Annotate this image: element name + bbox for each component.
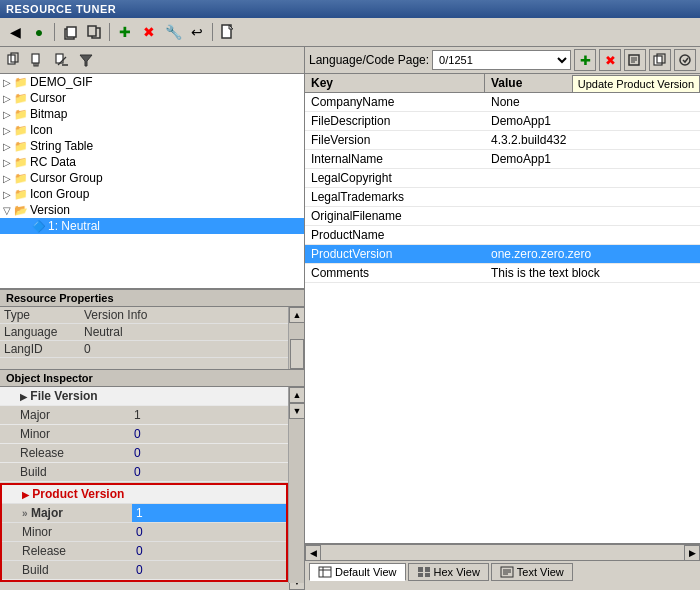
toolbar-edit[interactable]: 🔧 <box>162 21 184 43</box>
toolbar-back[interactable]: ◀ <box>4 21 26 43</box>
expand-icon[interactable]: ▷ <box>2 77 12 88</box>
tree-label: RC Data <box>30 155 76 169</box>
scroll-up-btn[interactable]: ▲ <box>289 307 304 323</box>
grid-row-companyname[interactable]: CompanyName None <box>305 93 700 112</box>
grid-value-legaltrademarks[interactable] <box>485 188 700 206</box>
tree-label: Version <box>30 203 70 217</box>
expand-icon[interactable]: ▷ <box>2 93 12 104</box>
inspector-scroll-up[interactable]: ▲ <box>289 387 304 403</box>
add-lang-btn[interactable]: ✚ <box>574 49 596 71</box>
file-major-row: Major 1 <box>0 406 288 425</box>
tree-label: String Table <box>30 139 93 153</box>
tab-hex-view[interactable]: Hex View <box>408 563 489 581</box>
file-version-label: ▶ File Version <box>0 387 130 405</box>
tree-item-rc_data[interactable]: ▷ 📁 RC Data <box>0 154 304 170</box>
grid-value-fileversion[interactable]: 4.3.2.build432 <box>485 131 700 149</box>
tree-item-version[interactable]: ▽ 📂 Version <box>0 202 304 218</box>
tree-item-string_table[interactable]: ▷ 📁 String Table <box>0 138 304 154</box>
left-btn-2[interactable] <box>27 49 49 71</box>
left-btn-3[interactable] <box>51 49 73 71</box>
props-value-langid: 0 <box>80 341 288 357</box>
grid-row-productname[interactable]: ProductName <box>305 226 700 245</box>
tab-text-view[interactable]: Text View <box>491 563 573 581</box>
grid-key-originalfilename: OriginalFilename <box>305 207 485 225</box>
expand-icon[interactable]: ▷ <box>2 157 12 168</box>
grid-row-fileversion[interactable]: FileVersion 4.3.2.build432 <box>305 131 700 150</box>
grid-value-legalcopyright[interactable] <box>485 169 700 187</box>
svg-point-17 <box>680 55 690 65</box>
grid-row-internalname[interactable]: InternalName DemoApp1 <box>305 150 700 169</box>
toolbar-copy1[interactable] <box>59 21 81 43</box>
edit-lang-btn[interactable] <box>624 49 646 71</box>
product-major-value[interactable]: 1 <box>132 504 286 522</box>
app-title: RESOURCE TUNER <box>6 3 116 15</box>
inspector-scrollbar[interactable]: ▲ ▼ <box>288 387 304 583</box>
data-grid[interactable]: Key Value CompanyName None FileDescripti… <box>305 74 700 544</box>
lang-select[interactable]: 0/1251 <box>432 50 571 70</box>
grid-value-originalfilename[interactable] <box>485 207 700 225</box>
inspector-content: ▶ File Version Major 1 Minor 0 Release <box>0 387 288 583</box>
grid-value-internalname[interactable]: DemoApp1 <box>485 150 700 168</box>
product-build-value[interactable]: 0 <box>132 561 286 579</box>
grid-value-comments[interactable]: This is the text block <box>485 264 700 282</box>
file-release-row: Release 0 <box>0 444 288 463</box>
tree-item-version-1[interactable]: 🔷 1: Neutral <box>0 218 304 234</box>
expand-icon[interactable]: ▷ <box>2 173 12 184</box>
file-major-value[interactable]: 1 <box>130 406 288 424</box>
title-bar: RESOURCE TUNER <box>0 0 700 18</box>
tree-item-demo_gif[interactable]: ▷ 📁 DEMO_GIF <box>0 74 304 90</box>
file-build-row: Build 0 <box>0 463 288 482</box>
hscroll-left[interactable]: ◀ <box>305 545 321 561</box>
file-minor-value[interactable]: 0 <box>130 425 288 443</box>
inspector-scroll-down[interactable]: ▼ <box>289 403 304 419</box>
scroll-thumb[interactable] <box>290 339 304 369</box>
expand-icon[interactable]: ▷ <box>2 141 12 152</box>
copy-lang-btn[interactable] <box>649 49 671 71</box>
folder-icon: 📁 <box>14 172 28 185</box>
file-release-value[interactable]: 0 <box>130 444 288 462</box>
expand-icon[interactable]: ▷ <box>2 189 12 200</box>
object-inspector: Object Inspector ▶ File Version Major 1 <box>0 369 304 583</box>
grid-row-legaltrademarks[interactable]: LegalTrademarks <box>305 188 700 207</box>
toolbar-forward[interactable]: ● <box>28 21 50 43</box>
tab-default-view[interactable]: Default View <box>309 563 406 581</box>
toolbar-file[interactable] <box>217 21 239 43</box>
props-scrollbar[interactable]: ▲ ▼ <box>288 307 304 369</box>
grid-row-filedesc[interactable]: FileDescription DemoApp1 <box>305 112 700 131</box>
left-btn-1[interactable] <box>3 49 25 71</box>
svg-rect-15 <box>654 56 662 65</box>
hscroll-right[interactable]: ▶ <box>684 545 700 561</box>
product-minor-value[interactable]: 0 <box>132 523 286 541</box>
grid-row-productversion[interactable]: ProductVersion one.zero.zero.zero <box>305 245 700 264</box>
toolbar-delete[interactable]: ✖ <box>138 21 160 43</box>
file-build-value[interactable]: 0 <box>130 463 288 481</box>
grid-row-legalcopyright[interactable]: LegalCopyright <box>305 169 700 188</box>
props-with-scroll: Type Version Info Language Neutral LangI… <box>0 307 304 369</box>
grid-value-productversion[interactable]: one.zero.zero.zero <box>485 245 700 263</box>
expand-icon[interactable]: ▷ <box>2 125 12 136</box>
grid-row-comments[interactable]: Comments This is the text block <box>305 264 700 283</box>
product-release-value[interactable]: 0 <box>132 542 286 560</box>
grid-key-legalcopyright: LegalCopyright <box>305 169 485 187</box>
expand-icon[interactable]: ▽ <box>2 205 12 216</box>
grid-value-productname[interactable] <box>485 226 700 244</box>
tree-item-cursor[interactable]: ▷ 📁 Cursor <box>0 90 304 106</box>
tree-view[interactable]: ▷ 📁 DEMO_GIF ▷ 📁 Cursor ▷ 📁 Bitmap ▷ 📁 I… <box>0 74 304 289</box>
tree-item-bitmap[interactable]: ▷ 📁 Bitmap <box>0 106 304 122</box>
bottom-tabs: Default View Hex View Text View <box>305 560 700 583</box>
tree-item-cursor_group[interactable]: ▷ 📁 Cursor Group <box>0 170 304 186</box>
grid-row-originalfilename[interactable]: OriginalFilename <box>305 207 700 226</box>
expand-icon[interactable]: ▷ <box>2 109 12 120</box>
left-filter[interactable] <box>75 49 97 71</box>
update-product-version-btn[interactable] <box>674 49 696 71</box>
grid-value-filedesc[interactable]: DemoApp1 <box>485 112 700 130</box>
horizontal-scrollbar[interactable]: ◀ ▶ <box>305 544 700 560</box>
del-lang-btn[interactable]: ✖ <box>599 49 621 71</box>
toolbar-copy2[interactable] <box>83 21 105 43</box>
file-build-label: Build <box>0 463 130 481</box>
toolbar-add[interactable]: ✚ <box>114 21 136 43</box>
tree-item-icon[interactable]: ▷ 📁 Icon <box>0 122 304 138</box>
grid-value-companyname[interactable]: None <box>485 93 700 111</box>
tree-item-icon_group[interactable]: ▷ 📁 Icon Group <box>0 186 304 202</box>
toolbar-undo[interactable]: ↩ <box>186 21 208 43</box>
